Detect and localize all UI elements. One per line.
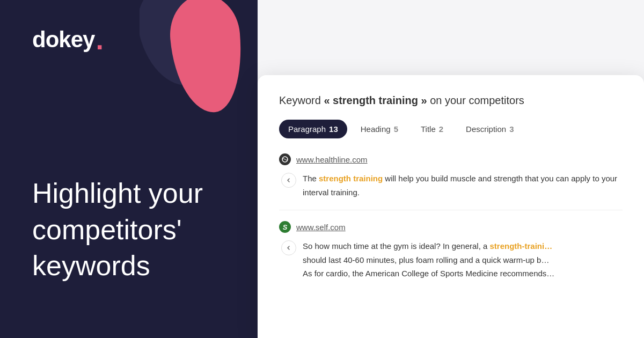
tab-heading[interactable]: Heading 5 (352, 120, 407, 138)
tab-description[interactable]: Description 3 (457, 120, 523, 138)
site-entry-self: S www.self.com So how much time at the g… (279, 221, 623, 281)
tab-paragraph-label: Paragraph (288, 124, 326, 134)
tab-description-label: Description (466, 124, 506, 134)
content-block-self: So how much time at the gym is ideal? In… (279, 239, 623, 281)
tab-title-count: 2 (439, 124, 443, 134)
site-header-self: S www.self.com (279, 221, 623, 233)
blob-pink (167, 0, 247, 115)
keyword-card: Keyword « strength training » on your co… (258, 75, 644, 338)
tab-paragraph[interactable]: Paragraph 13 (279, 120, 347, 138)
card-title: Keyword « strength training » on your co… (279, 94, 623, 107)
right-panel: Keyword « strength training » on your co… (258, 0, 644, 338)
tab-title-label: Title (421, 124, 436, 134)
site-url-healthline[interactable]: www.healthline.com (296, 155, 368, 164)
tab-description-count: 3 (509, 124, 514, 134)
site-url-self[interactable]: www.self.com (296, 223, 346, 232)
keyword-self: strength-traini… (490, 241, 553, 251)
logo: dokey . (32, 26, 104, 54)
left-panel: dokey . Highlight your competitors' keyw… (0, 0, 258, 338)
site-header-healthline: www.healthline.com (279, 153, 623, 165)
tab-heading-label: Heading (361, 124, 391, 134)
logo-text: dokey (32, 27, 94, 53)
hero-text: Highlight your competitors' keywords (32, 175, 203, 284)
divider-1 (279, 210, 623, 210)
tabs-bar: Paragraph 13 Heading 5 Title 2 Descripti… (279, 120, 623, 138)
title-prefix: Keyword (279, 94, 321, 106)
hero-line2: competitors' (32, 212, 203, 248)
title-keyword: « strength training » (324, 94, 427, 106)
content-text-healthline: The strength training will help you buil… (303, 172, 623, 199)
tab-heading-count: 5 (394, 124, 398, 134)
logo-dot: . (96, 26, 103, 54)
hero-line3: keywords (32, 248, 203, 284)
chevron-left-self[interactable] (281, 240, 296, 255)
content-text-self: So how much time at the gym is ideal? In… (303, 239, 554, 281)
tab-title[interactable]: Title 2 (412, 120, 452, 138)
title-suffix: on your competitors (430, 94, 524, 106)
site-icon-self: S (279, 221, 291, 233)
site-entry-healthline: www.healthline.com The strength training… (279, 153, 623, 199)
chevron-left-healthline[interactable] (281, 173, 296, 188)
keyword-healthline: strength training (319, 174, 383, 183)
site-icon-healthline (279, 153, 291, 165)
decoration (140, 0, 258, 118)
content-block-healthline: The strength training will help you buil… (279, 172, 623, 199)
tab-paragraph-count: 13 (329, 124, 338, 134)
hero-line1: Highlight your (32, 175, 203, 212)
